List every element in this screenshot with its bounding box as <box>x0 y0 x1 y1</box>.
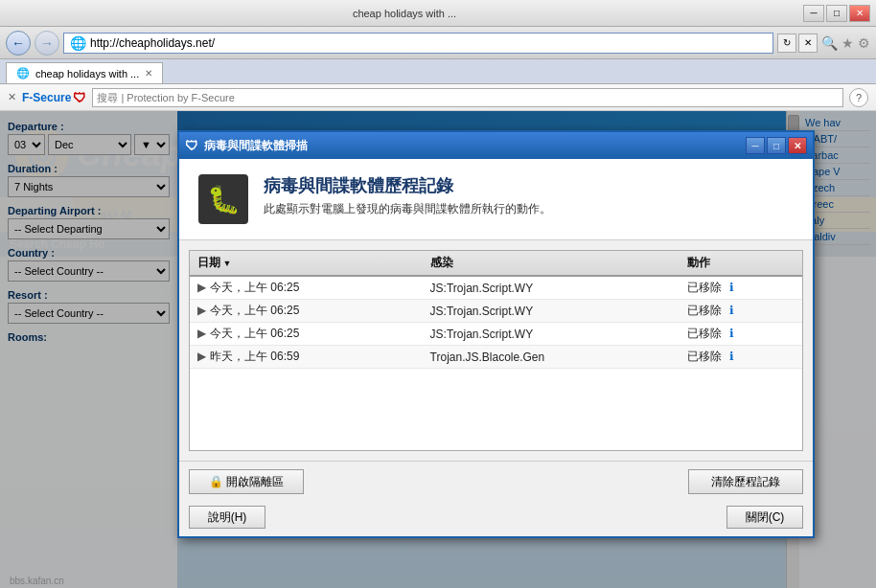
fsecure-icon: 🛡 <box>73 90 86 105</box>
info-icon-3[interactable]: ℹ <box>729 327 734 340</box>
row-arrow-1: ▶ <box>197 281 206 294</box>
row-date-1: ▶今天，上午 06:25 <box>190 276 423 300</box>
table-row: ▶今天，上午 06:25 JS:Trojan.Script.WY 已移除 ℹ <box>190 276 802 300</box>
dialog-header-text: 病毒與間諜軟體歷程記錄 此處顯示對電腦上發現的病毒與間諜軟體所執行的動作。 <box>264 174 551 217</box>
browser-minimize-btn[interactable]: ─ <box>803 5 824 22</box>
col-date: 日期 <box>190 251 423 276</box>
dialog-shield-icon: 🛡 <box>185 138 198 153</box>
help-button[interactable]: 說明(H) <box>189 506 265 529</box>
bug-icon: 🐛 <box>207 184 241 215</box>
dialog-title-text: 病毒與間諜軟體掃描 <box>204 138 308 154</box>
dialog-subtitle: 此處顯示對電腦上發現的病毒與間諜軟體所執行的動作。 <box>264 201 551 217</box>
browser-win-controls: ─ □ ✕ <box>803 5 870 22</box>
search-icon[interactable]: 🔍 <box>821 35 838 51</box>
dialog-footer: 🔒 開啟隔離區 清除歷程記錄 <box>179 461 813 502</box>
dialog-header: 🐛 病毒與間諜軟體歷程記錄 此處顯示對電腦上發現的病毒與間諜軟體所執行的動作。 <box>179 159 813 240</box>
fsecure-help-btn[interactable]: ? <box>849 88 868 107</box>
tools-icon[interactable]: ⚙ <box>858 35 870 51</box>
info-icon-1[interactable]: ℹ <box>729 281 734 294</box>
row-date-4: ▶昨天，上午 06:59 <box>190 346 423 369</box>
dialog-title-left: 🛡 病毒與間諜軟體掃描 <box>185 138 308 154</box>
dialog-main-title: 病毒與間諜軟體歷程記錄 <box>264 174 551 197</box>
ie-icon: 🌐 <box>70 35 86 51</box>
tab-close-icon[interactable]: ✕ <box>145 68 152 79</box>
row-action-4: 已移除 ℹ <box>680 346 802 369</box>
browser-titlebar: cheap holidays with ... ─ □ ✕ <box>0 0 876 27</box>
browser-close-btn[interactable]: ✕ <box>849 5 870 22</box>
row-arrow-4: ▶ <box>197 350 206 363</box>
tab-label: cheap holidays with ... <box>35 68 139 79</box>
fsecure-close-btn[interactable]: ✕ <box>8 91 16 103</box>
table-row: ▶今天，上午 06:25 JS:Trojan.Script.WY 已移除 ℹ <box>190 300 802 323</box>
url-text: http://cheapholidays.net/ <box>90 36 767 50</box>
browser-tab-cheapholidays[interactable]: 🌐 cheap holidays with ... ✕ <box>6 62 163 83</box>
watermark: bbs.kafan.cn <box>10 576 64 586</box>
row-action-1: 已移除 ℹ <box>680 276 802 300</box>
virus-table: 日期 感染 動作 ▶今天，上午 06:25 JS:Trojan.Script.W… <box>190 251 802 369</box>
row-action-3: 已移除 ℹ <box>680 323 802 346</box>
fsecure-search-input[interactable] <box>92 88 843 107</box>
clear-history-button[interactable]: 清除歷程記錄 <box>688 469 803 494</box>
table-row: ▶今天，上午 06:25 JS:Trojan.Script.WY 已移除 ℹ <box>190 323 802 346</box>
address-bar: 🌐 http://cheapholidays.net/ <box>63 33 773 54</box>
stop-btn[interactable]: ✕ <box>798 34 818 53</box>
browser-title: cheap holidays with ... <box>6 8 803 19</box>
row-infection-3: JS:Trojan.Script.WY <box>423 323 680 346</box>
refresh-btn[interactable]: ↻ <box>777 34 796 53</box>
forward-button[interactable]: → <box>35 31 59 56</box>
info-icon-4[interactable]: ℹ <box>729 350 734 363</box>
row-infection-2: JS:Trojan.Script.WY <box>423 300 680 323</box>
dialog-close-x-btn[interactable]: ✕ <box>788 137 807 154</box>
dialog-titlebar: 🛡 病毒與間諜軟體掃描 ─ □ ✕ <box>179 132 813 159</box>
row-date-2: ▶今天，上午 06:25 <box>190 300 423 323</box>
browser-restore-btn[interactable]: □ <box>826 5 847 22</box>
dialog-bottom: 說明(H) 關閉(C) <box>179 502 813 536</box>
quarantine-button[interactable]: 🔒 開啟隔離區 <box>189 469 304 494</box>
col-action: 動作 <box>680 251 802 276</box>
close-button[interactable]: 關閉(C) <box>726 506 803 529</box>
dialog-restore-btn[interactable]: □ <box>767 137 786 154</box>
tab-favicon: 🌐 <box>16 67 30 80</box>
row-date-3: ▶今天，上午 06:25 <box>190 323 423 346</box>
dialog-header-icon: 🐛 <box>198 174 248 224</box>
fsecure-toolbar: ✕ F-Secure 🛡 ? <box>0 84 876 111</box>
fsecure-label: F-Secure <box>22 91 71 104</box>
col-infection: 感染 <box>423 251 680 276</box>
website-content: 🌀 Cheaph Home Last M Search Cheap Ho Dep… <box>0 111 876 588</box>
table-row: ▶昨天，上午 06:59 Trojan.JS.Blacole.Gen 已移除 ℹ <box>190 346 802 369</box>
row-arrow-3: ▶ <box>197 327 206 340</box>
back-button[interactable]: ← <box>6 31 31 56</box>
virus-scan-dialog: 🛡 病毒與間諜軟體掃描 ─ □ ✕ 🐛 病毒與間諜軟體歷程記錄 此處顯示對電腦上… <box>177 130 815 538</box>
dialog-win-controls: ─ □ ✕ <box>746 137 807 154</box>
fsecure-logo: F-Secure 🛡 <box>22 90 86 105</box>
virus-table-area: 日期 感染 動作 ▶今天，上午 06:25 JS:Trojan.Script.W… <box>189 250 803 451</box>
row-action-2: 已移除 ℹ <box>680 300 802 323</box>
row-infection-4: Trojan.JS.Blacole.Gen <box>423 346 680 369</box>
browser-tabs: 🌐 cheap holidays with ... ✕ <box>0 59 876 84</box>
info-icon-2[interactable]: ℹ <box>729 304 734 317</box>
row-infection-1: JS:Trojan.Script.WY <box>423 276 680 300</box>
row-arrow-2: ▶ <box>197 304 206 317</box>
address-controls: ↻ ✕ <box>777 34 818 53</box>
favorites-icon[interactable]: ★ <box>841 35 854 51</box>
dialog-minimize-btn[interactable]: ─ <box>746 137 765 154</box>
browser-navbar: ← → 🌐 http://cheapholidays.net/ ↻ ✕ 🔍 ★ … <box>0 27 876 59</box>
